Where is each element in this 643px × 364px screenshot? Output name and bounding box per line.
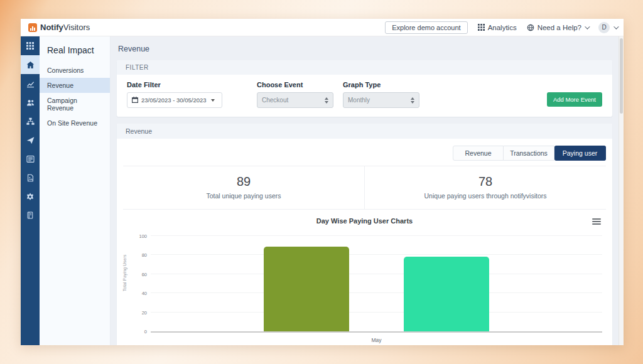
app-window: NotifyVisitors Explore demo account Anal… — [21, 19, 624, 345]
rail-chart-line-icon[interactable] — [21, 74, 40, 93]
sidebar-item-revenue[interactable]: Revenue — [40, 78, 110, 93]
caret-down-icon — [211, 99, 215, 102]
rail-send-icon[interactable] — [21, 131, 40, 149]
plot-area: 020406080100 — [151, 236, 602, 333]
tab-transactions[interactable]: Transactions — [504, 146, 554, 161]
filter-card: FILTER Date Filter 23/05/2023 - 30/05/20… — [117, 60, 612, 117]
rail-users-icon[interactable] — [21, 93, 40, 112]
analytics-menu[interactable]: Analytics — [478, 24, 517, 31]
select-arrows-icon — [411, 97, 414, 104]
icon-rail — [21, 36, 40, 345]
rail-journal-icon[interactable] — [21, 206, 40, 225]
date-filter-label: Date Filter — [127, 81, 222, 88]
revenue-panel-header: Revenue — [117, 124, 612, 139]
logo-text-bold: Notify — [40, 23, 63, 32]
analytics-grid-icon — [478, 24, 485, 31]
submenu-title: Real Impact — [40, 43, 110, 63]
stat-total-unique-paying-users: 89 Total unique paying users — [123, 166, 365, 209]
rail-gear-icon[interactable] — [21, 187, 40, 206]
y-tick-label: 80 — [132, 252, 147, 258]
tab-revenue[interactable]: Revenue — [453, 146, 504, 161]
graph-type-value: Monthly — [348, 97, 370, 104]
graph-type-label: Graph Type — [343, 81, 419, 88]
stat-label: Total unique paying users — [127, 192, 360, 200]
sidebar-item-campaign-revenue[interactable]: Campaign Revenue — [40, 93, 110, 115]
y-tick-label: 100 — [132, 233, 147, 239]
chevron-down-icon — [613, 24, 619, 29]
choose-event-value: Checkout — [262, 97, 288, 104]
x-tick-label: May — [151, 337, 602, 343]
stat-value: 89 — [127, 174, 360, 189]
chart-menu-icon[interactable] — [592, 217, 601, 226]
topbar: NotifyVisitors Explore demo account Anal… — [21, 19, 624, 36]
chart-section: Day Wise Paying User Charts Total Paying… — [123, 210, 606, 345]
chevron-down-icon — [585, 24, 590, 29]
page-background: NotifyVisitors Explore demo account Anal… — [0, 0, 643, 364]
stat-label: Unique paying users through notifyvisito… — [369, 192, 602, 200]
window-scrollbar — [619, 36, 624, 345]
scrollbar-thumb[interactable] — [620, 38, 623, 114]
y-tick-label: 20 — [132, 309, 147, 315]
logo-chart-icon — [28, 23, 37, 32]
globe-icon — [527, 24, 534, 31]
choose-event-select[interactable]: Checkout — [257, 92, 333, 108]
y-tick-label: 0 — [132, 329, 147, 335]
rail-home-icon[interactable] — [21, 55, 40, 74]
calendar-icon — [132, 97, 138, 104]
user-menu[interactable]: D — [598, 22, 617, 33]
choose-event-label: Choose Event — [257, 81, 333, 88]
rail-grid-icon[interactable] — [21, 36, 40, 55]
chart-tabs: Revenue Transactions Paying user — [123, 146, 606, 161]
stat-value: 78 — [369, 174, 602, 189]
rail-form-list-icon[interactable] — [21, 149, 40, 168]
add-more-event-button[interactable]: Add More Event — [547, 92, 602, 107]
y-axis-title: Total Paying Users — [122, 254, 127, 291]
date-range-picker[interactable]: 23/05/2023 - 30/05/2023 — [127, 92, 222, 108]
brand-logo[interactable]: NotifyVisitors — [28, 23, 90, 32]
need-help-menu[interactable]: Need a Help? — [527, 24, 588, 31]
bar-total-paying-users — [264, 247, 349, 331]
x-axis-title: Date — [151, 345, 602, 345]
analytics-label: Analytics — [488, 24, 517, 31]
sidebar-item-on-site-revenue[interactable]: On Site Revenue — [40, 115, 110, 131]
avatar: D — [598, 22, 610, 33]
rail-file-image-icon[interactable] — [21, 168, 40, 187]
need-help-label: Need a Help? — [538, 24, 581, 31]
tab-paying-user[interactable]: Paying user — [554, 146, 606, 161]
logo-text-regular: Visitors — [63, 23, 90, 32]
select-arrows-icon — [325, 97, 328, 104]
filter-header: FILTER — [117, 60, 612, 75]
revenue-panel: Revenue Revenue Transactions Paying user… — [117, 124, 612, 345]
bar-paying-users-through-notifyvisitors — [404, 257, 489, 331]
main-content: Revenue FILTER Date Filter 23/05/2023 - … — [111, 36, 619, 345]
page-title: Revenue — [117, 36, 612, 60]
y-tick-label: 60 — [132, 271, 147, 277]
graph-type-select[interactable]: Monthly — [343, 92, 419, 108]
date-range-value: 23/05/2023 - 30/05/2023 — [141, 97, 207, 104]
chart-title: Day Wise Paying User Charts — [123, 217, 606, 225]
sidebar-item-conversions[interactable]: Conversions — [40, 63, 110, 78]
y-tick-label: 40 — [132, 291, 147, 296]
bar-chart: Total Paying Users 020406080100 May Date… — [151, 236, 602, 345]
stat-unique-paying-users-notifyvisitors: 78 Unique paying users through notifyvis… — [365, 166, 606, 209]
stats-row: 89 Total unique paying users 78 Unique p… — [123, 166, 606, 210]
explore-demo-account-button[interactable]: Explore demo account — [385, 21, 467, 34]
secondary-sidebar: Real Impact Conversions Revenue Campaign… — [40, 36, 111, 345]
rail-sitemap-icon[interactable] — [21, 112, 40, 131]
